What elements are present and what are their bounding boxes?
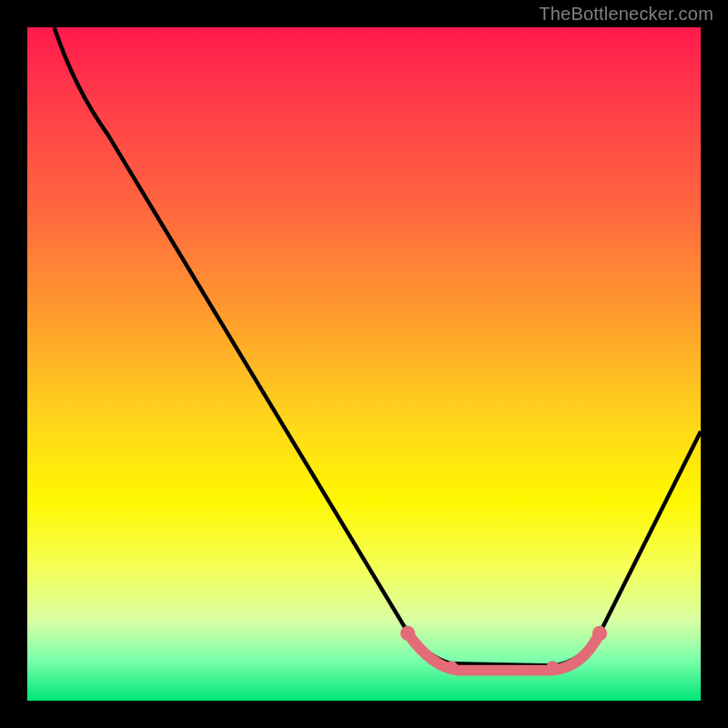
main-curve-line (55, 27, 701, 666)
chart-lines-layer (27, 27, 701, 701)
highlight-dot-right (592, 626, 607, 641)
highlight-dot-left (400, 626, 415, 641)
highlight-dot-inner-2 (547, 661, 559, 672)
chart-plot-area (27, 27, 701, 701)
watermark-text: TheBottlenecker.com (539, 4, 713, 25)
highlight-dot-inner-1 (446, 661, 458, 672)
